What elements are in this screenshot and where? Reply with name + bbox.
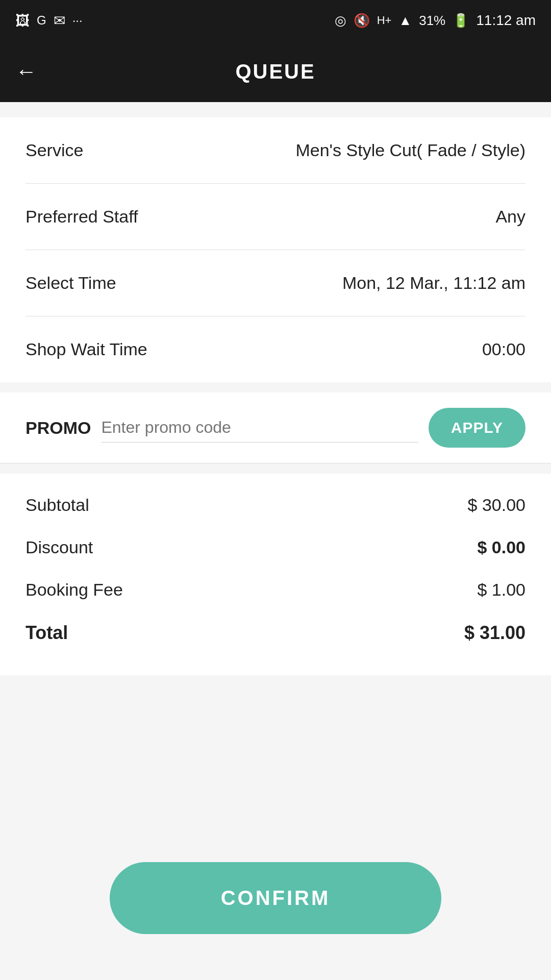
mute-icon: 🔇: [354, 13, 370, 29]
select-time-label: Select Time: [26, 273, 116, 293]
info-card: Service Men's Style Cut( Fade / Style) P…: [0, 117, 551, 382]
total-value: $ 31.00: [464, 622, 525, 644]
shop-wait-time-value: 00:00: [482, 339, 525, 359]
service-label: Service: [26, 140, 83, 160]
booking-fee-label: Booking Fee: [26, 580, 123, 600]
select-time-value: Mon, 12 Mar., 11:12 am: [342, 273, 525, 293]
subtotal-label: Subtotal: [26, 495, 89, 515]
summary-section: Subtotal $ 30.00 Discount $ 0.00 Booking…: [0, 474, 551, 675]
apply-button[interactable]: APPLY: [429, 408, 525, 448]
preferred-staff-label: Preferred Staff: [26, 207, 138, 227]
battery-icon: 🔋: [453, 13, 469, 29]
content-area: Service Men's Style Cut( Fade / Style) P…: [0, 102, 551, 980]
service-value: Men's Style Cut( Fade / Style): [295, 140, 525, 160]
subtotal-row: Subtotal $ 30.00: [26, 484, 525, 526]
gps-icon: ◎: [335, 13, 346, 29]
header: ← QUEUE: [0, 41, 551, 102]
shop-wait-time-label: Shop Wait Time: [26, 339, 147, 359]
confirm-button[interactable]: CONFIRM: [110, 862, 441, 934]
more-icon: ···: [72, 13, 83, 28]
g-icon: G: [37, 13, 46, 28]
back-arrow-icon: ←: [15, 59, 37, 83]
total-label: Total: [26, 622, 68, 644]
gmail-icon: ✉: [54, 12, 65, 29]
discount-row: Discount $ 0.00: [26, 526, 525, 569]
shop-wait-time-row: Shop Wait Time 00:00: [26, 316, 525, 382]
page-title: QUEUE: [235, 60, 315, 83]
status-left-icons: 🖼 G ✉ ···: [15, 12, 83, 29]
image-icon: 🖼: [15, 12, 30, 29]
booking-fee-row: Booking Fee $ 1.00: [26, 569, 525, 611]
status-right-icons: ◎ 🔇 H+ ▲ 31% 🔋 11:12 am: [335, 12, 536, 29]
service-row: Service Men's Style Cut( Fade / Style): [26, 117, 525, 184]
preferred-staff-row: Preferred Staff Any: [26, 184, 525, 250]
status-time: 11:12 am: [476, 12, 536, 29]
promo-input[interactable]: [101, 413, 418, 443]
select-time-row[interactable]: Select Time Mon, 12 Mar., 11:12 am: [26, 250, 525, 316]
status-bar: 🖼 G ✉ ··· ◎ 🔇 H+ ▲ 31% 🔋 11:12 am: [0, 0, 551, 41]
total-row: Total $ 31.00: [26, 611, 525, 655]
discount-label: Discount: [26, 537, 93, 557]
signal-icon: ▲: [398, 13, 412, 29]
booking-fee-value: $ 1.00: [477, 580, 525, 600]
back-button[interactable]: ←: [15, 59, 37, 84]
battery-percent: 31%: [419, 13, 445, 29]
preferred-staff-value: Any: [495, 207, 525, 227]
hplus-icon: H+: [377, 14, 392, 27]
discount-value: $ 0.00: [477, 537, 525, 557]
promo-section: PROMO APPLY: [0, 393, 551, 463]
confirm-area: CONFIRM: [110, 862, 441, 934]
promo-label: PROMO: [26, 418, 91, 438]
subtotal-value: $ 30.00: [468, 495, 525, 515]
